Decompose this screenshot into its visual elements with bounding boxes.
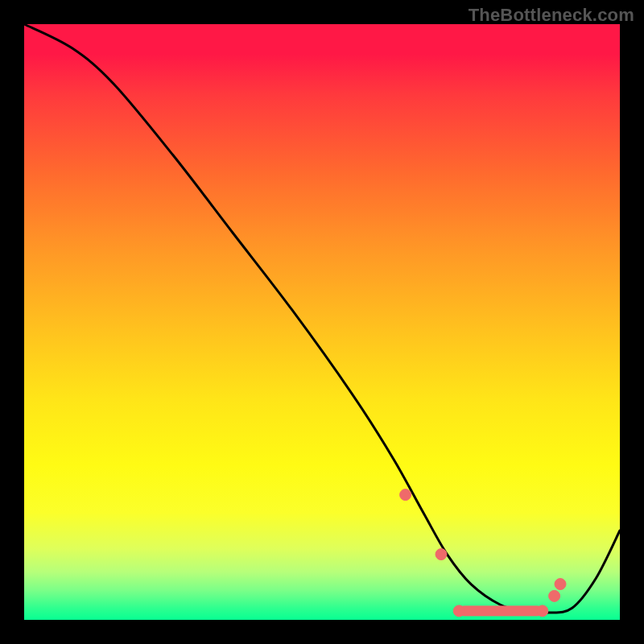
marker-dot xyxy=(453,605,464,617)
marker-optimal-range xyxy=(459,606,543,616)
marker-dot xyxy=(537,605,548,617)
marker-dot xyxy=(400,489,411,501)
marker-dot xyxy=(436,549,447,560)
curve-svg xyxy=(24,24,620,620)
watermark-text: TheBottleneck.com xyxy=(469,5,634,26)
plot-area xyxy=(24,24,620,620)
chart-frame: TheBottleneck.com xyxy=(0,0,644,644)
marker-dot xyxy=(555,579,566,590)
bottleneck-curve xyxy=(24,24,620,613)
marker-dot xyxy=(549,590,560,601)
marker-group xyxy=(400,489,566,617)
